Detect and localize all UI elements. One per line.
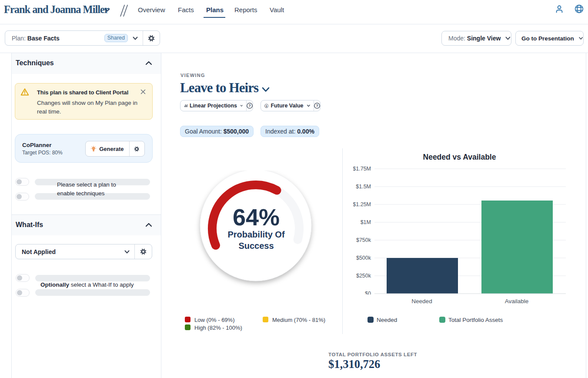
svg-text:$1.5M: $1.5M (356, 184, 371, 190)
svg-text:$1.75M: $1.75M (353, 166, 371, 172)
svg-text:$500k: $500k (356, 255, 371, 261)
svg-text:64%: 64% (233, 204, 280, 230)
svg-text:$250k: $250k (356, 273, 371, 279)
svg-text:$1M: $1M (361, 219, 371, 225)
svg-text:$: $ (266, 104, 267, 107)
svg-text:$1.25M: $1.25M (353, 201, 371, 207)
svg-text:Success: Success (238, 241, 274, 251)
svg-text:$750k: $750k (356, 237, 371, 243)
svg-text:?: ? (316, 104, 318, 108)
svg-text:Probability Of: Probability Of (227, 230, 284, 239)
svg-text:?: ? (248, 104, 251, 108)
svg-text:$0: $0 (365, 291, 371, 294)
